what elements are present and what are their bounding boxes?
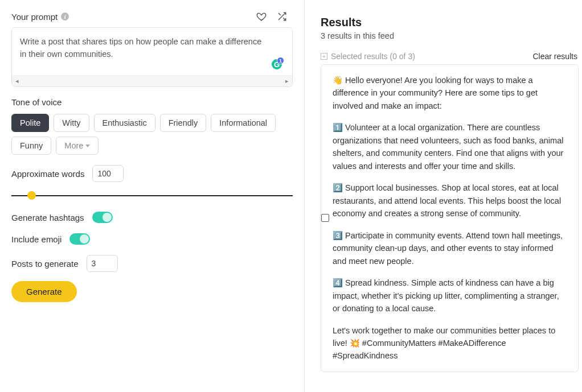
result-body: 👋 Hello everyone! Are you looking for wa… bbox=[329, 65, 578, 372]
textarea-scrollbar[interactable]: ◂▸ bbox=[12, 75, 292, 86]
shuffle-icon[interactable] bbox=[277, 11, 287, 22]
generate-button[interactable]: Generate bbox=[11, 281, 77, 302]
prompt-header: Your prompt i bbox=[11, 11, 293, 22]
tone-label: Tone of voice bbox=[11, 97, 293, 107]
results-list[interactable]: 👋 Hello everyone! Are you looking for wa… bbox=[321, 64, 582, 392]
favorite-icon[interactable] bbox=[256, 11, 267, 22]
prompt-label-text: Your prompt bbox=[11, 12, 58, 22]
result-paragraph: Let's work together to make our communit… bbox=[333, 324, 568, 362]
prompt-box: G 1 ◂▸ bbox=[11, 27, 293, 87]
result-paragraph: 4️⃣ Spread kindness. Simple acts of kind… bbox=[333, 277, 568, 315]
tone-friendly[interactable]: Friendly bbox=[160, 114, 207, 132]
hashtags-toggle[interactable] bbox=[92, 212, 113, 223]
prompt-textarea[interactable] bbox=[12, 28, 292, 73]
slider-track bbox=[11, 195, 293, 196]
tone-more[interactable]: More bbox=[56, 137, 99, 155]
approx-words-label: Approximate words bbox=[11, 169, 84, 179]
results-panel: Results 3 results in this feed + Selecte… bbox=[305, 0, 582, 392]
result-paragraph: 2️⃣ Support local businesses. Shop at lo… bbox=[333, 181, 568, 220]
result-paragraph: 1️⃣ Volunteer at a local organization. T… bbox=[333, 121, 568, 172]
prompt-label: Your prompt i bbox=[11, 12, 69, 22]
tone-witty[interactable]: Witty bbox=[54, 114, 89, 132]
result-paragraph: 👋 Hello everyone! Are you looking for wa… bbox=[333, 74, 568, 112]
tone-polite[interactable]: Polite bbox=[11, 114, 49, 132]
tone-funny[interactable]: Funny bbox=[11, 137, 51, 155]
approx-words-input[interactable] bbox=[92, 165, 124, 182]
expand-icon[interactable]: + bbox=[321, 53, 327, 60]
words-slider[interactable] bbox=[11, 191, 293, 200]
tone-enthusiastic[interactable]: Enthusiastic bbox=[94, 114, 155, 132]
tone-more-label: More bbox=[64, 141, 83, 150]
form-panel: Your prompt i G 1 ◂▸ bbox=[0, 0, 305, 392]
hashtags-label: Generate hashtags bbox=[11, 213, 84, 222]
tone-options: Polite Witty Enthusiastic Friendly Infor… bbox=[11, 114, 293, 155]
result-paragraph: 3️⃣ Participate in community events. Att… bbox=[333, 229, 568, 267]
slider-thumb[interactable] bbox=[27, 191, 36, 200]
posts-count-label: Posts to generate bbox=[11, 259, 79, 269]
result-checkbox[interactable] bbox=[321, 214, 329, 222]
emoji-toggle[interactable] bbox=[69, 233, 90, 245]
results-bar: + Selected results (0 of 3) Clear result… bbox=[321, 52, 582, 61]
chevron-down-icon bbox=[85, 145, 90, 147]
results-title: Results bbox=[321, 16, 582, 29]
selected-results-label: Selected results (0 of 3) bbox=[331, 52, 415, 61]
posts-count-input[interactable] bbox=[87, 255, 118, 272]
tone-informational[interactable]: Informational bbox=[211, 114, 276, 132]
grammarly-count: 1 bbox=[277, 57, 284, 64]
emoji-label: Include emoji bbox=[11, 234, 62, 244]
result-card: 👋 Hello everyone! Are you looking for wa… bbox=[321, 64, 579, 372]
info-icon[interactable]: i bbox=[61, 13, 69, 20]
results-subtitle: 3 results in this feed bbox=[321, 31, 582, 40]
grammarly-icon[interactable]: G 1 bbox=[270, 58, 283, 71]
clear-results-link[interactable]: Clear results bbox=[532, 52, 577, 61]
